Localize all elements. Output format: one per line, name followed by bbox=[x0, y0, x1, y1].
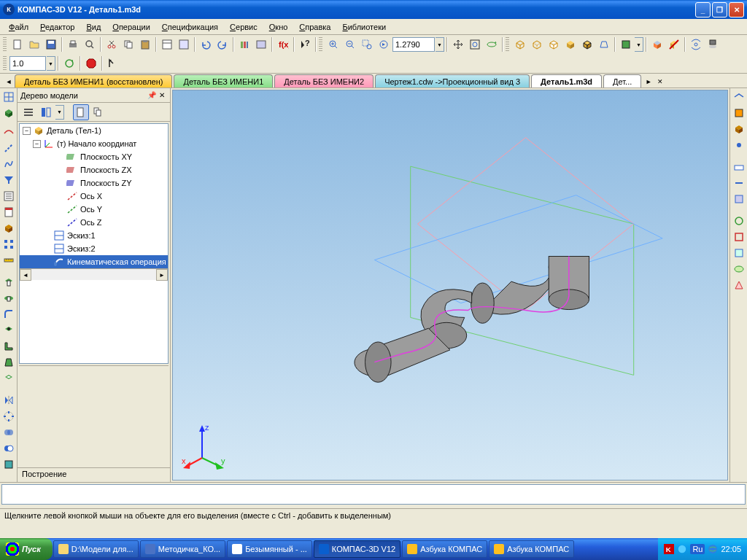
tree-axis-x[interactable]: Ось X bbox=[20, 190, 168, 203]
lib-button[interactable] bbox=[236, 36, 252, 52]
r-tool-11[interactable] bbox=[732, 262, 746, 276]
menu-spec[interactable]: Спецификация bbox=[156, 20, 224, 34]
copy-button[interactable] bbox=[120, 36, 136, 52]
bool-sub-button[interactable] bbox=[1, 441, 16, 456]
spec-button[interactable] bbox=[1, 189, 16, 203]
zoom-dropdown[interactable]: ▼ bbox=[436, 37, 444, 52]
tab-scroll-left[interactable]: ◄ bbox=[3, 76, 15, 88]
rotate-button[interactable] bbox=[484, 36, 500, 52]
tree-tb-2[interactable] bbox=[38, 104, 54, 120]
r-tool-6[interactable] bbox=[732, 176, 746, 190]
stop-button[interactable] bbox=[83, 55, 99, 71]
tree-plane-zy[interactable]: Плоскость ZY bbox=[20, 176, 168, 190]
axis-button[interactable] bbox=[1, 141, 16, 155]
menu-file[interactable]: Файл bbox=[3, 20, 34, 34]
tray-icon-3[interactable] bbox=[708, 544, 718, 554]
menu-view[interactable]: Вид bbox=[80, 20, 107, 34]
tree-hscroll[interactable]: ◄► bbox=[20, 268, 168, 280]
rib-button[interactable] bbox=[1, 339, 16, 354]
taskbar-item-5[interactable]: Азбука КОМПАС bbox=[489, 540, 574, 558]
close-button[interactable]: ✕ bbox=[729, 2, 744, 18]
toolbar-grip[interactable] bbox=[3, 56, 7, 71]
taskbar-item-4[interactable]: Азбука КОМПАС bbox=[402, 540, 487, 558]
tree-sketch-1[interactable]: Эскиз:1 bbox=[20, 229, 168, 242]
cut-revolve-button[interactable] bbox=[1, 291, 16, 306]
menu-libraries[interactable]: Библиотеки bbox=[337, 20, 392, 34]
orientation-button[interactable] bbox=[618, 36, 634, 52]
sketch-refresh-button[interactable] bbox=[61, 55, 77, 71]
tree-sketch-2[interactable]: Эскиз:2 bbox=[20, 242, 168, 255]
toolbar-grip[interactable] bbox=[3, 37, 7, 52]
perspective-button[interactable] bbox=[596, 36, 612, 52]
help-button[interactable]: ? bbox=[297, 36, 313, 52]
tree-axis-z[interactable]: Ось Z bbox=[20, 216, 168, 229]
menu-editor[interactable]: Редактор bbox=[34, 20, 80, 34]
create-button[interactable] bbox=[105, 55, 121, 71]
start-button[interactable]: Пуск bbox=[0, 538, 53, 560]
cut-extrude-button[interactable] bbox=[1, 275, 16, 289]
props2-button[interactable] bbox=[176, 36, 192, 52]
tree-sweep-op[interactable]: Кинематическая операция bbox=[20, 255, 168, 268]
tab-close[interactable]: ✕ bbox=[654, 76, 666, 88]
r-tool-7[interactable] bbox=[732, 192, 746, 206]
r-edge-button[interactable] bbox=[732, 90, 746, 104]
r-face-button[interactable] bbox=[732, 106, 746, 120]
fillet-button[interactable] bbox=[1, 307, 16, 322]
bool-add-button[interactable] bbox=[1, 425, 16, 440]
shell-button[interactable] bbox=[1, 371, 16, 386]
array-button[interactable] bbox=[1, 237, 16, 252]
tree-body[interactable]: − Деталь (Тел-1) − (т) Начало координат … bbox=[19, 123, 169, 364]
tree-plane-xy[interactable]: Плоскость XY bbox=[20, 150, 168, 163]
scale-dropdown[interactable]: ▼ bbox=[47, 56, 55, 71]
zoom-input[interactable] bbox=[392, 37, 435, 52]
undo-button[interactable] bbox=[198, 36, 214, 52]
scale-input[interactable] bbox=[9, 56, 46, 71]
tree-axis-y[interactable]: Ось Y bbox=[20, 203, 168, 216]
curve-button[interactable] bbox=[1, 157, 16, 171]
simplify-button[interactable] bbox=[666, 36, 682, 52]
pin-button[interactable]: 📌 bbox=[147, 90, 157, 101]
surf-button[interactable] bbox=[1, 125, 16, 139]
print-button[interactable] bbox=[65, 36, 81, 52]
taskbar-item-3[interactable]: КОМПАС-3D V12 bbox=[314, 540, 400, 558]
viewport-3d[interactable]: z x y bbox=[172, 90, 728, 481]
menu-window[interactable]: Окно bbox=[263, 20, 294, 34]
tree-tb-1[interactable] bbox=[20, 104, 36, 120]
sketch-button[interactable] bbox=[1, 90, 16, 104]
report-button[interactable] bbox=[1, 205, 16, 219]
tree-origin[interactable]: − (т) Начало координат bbox=[20, 137, 168, 150]
tab-scroll-right[interactable]: ► bbox=[643, 76, 654, 88]
draft-button[interactable] bbox=[1, 355, 16, 370]
rerender-button[interactable] bbox=[705, 36, 721, 52]
collapse-icon[interactable]: − bbox=[23, 127, 31, 135]
zoom-in-button[interactable] bbox=[325, 36, 341, 52]
more-button[interactable] bbox=[1, 457, 16, 472]
paste-button[interactable] bbox=[137, 36, 153, 52]
restore-button[interactable]: ❐ bbox=[712, 2, 727, 18]
zoom-prev-button[interactable] bbox=[376, 36, 392, 52]
toolbar-grip[interactable] bbox=[506, 37, 509, 52]
menu-help[interactable]: Справка bbox=[293, 20, 336, 34]
tree-tab-build[interactable]: Построение bbox=[18, 467, 170, 482]
taskbar-item-1[interactable]: Методичка_КО... bbox=[140, 540, 225, 558]
zoom-out-button[interactable] bbox=[342, 36, 358, 52]
r-tool-10[interactable] bbox=[732, 246, 746, 260]
r-tool-5[interactable] bbox=[732, 160, 746, 174]
doc-tab-2[interactable]: Деталь БЕЗ ИМЕНИ2 bbox=[274, 74, 374, 88]
minimize-button[interactable]: _ bbox=[695, 2, 711, 18]
tray-icon-2[interactable] bbox=[677, 544, 687, 554]
measure-button[interactable] bbox=[1, 253, 16, 268]
tray-lang[interactable]: Ru bbox=[690, 544, 705, 554]
doc-tab-1[interactable]: Деталь БЕЗ ИМЕНИ1 bbox=[174, 74, 273, 88]
taskbar-item-0[interactable]: D:\Модели для... bbox=[53, 540, 139, 558]
save-button[interactable] bbox=[43, 36, 59, 52]
r-tool-12[interactable] bbox=[732, 278, 746, 292]
open-button[interactable] bbox=[26, 36, 42, 52]
r-tool-9[interactable] bbox=[732, 230, 746, 244]
filter-button[interactable] bbox=[1, 173, 16, 187]
close-panel-button[interactable]: ✕ bbox=[157, 90, 167, 101]
tree-plane-zx[interactable]: Плоскость ZX bbox=[20, 163, 168, 176]
taskbar-item-2[interactable]: Безымянный - ... bbox=[227, 540, 312, 558]
view-nohidden-button[interactable] bbox=[546, 36, 562, 52]
pan-button[interactable] bbox=[450, 36, 466, 52]
